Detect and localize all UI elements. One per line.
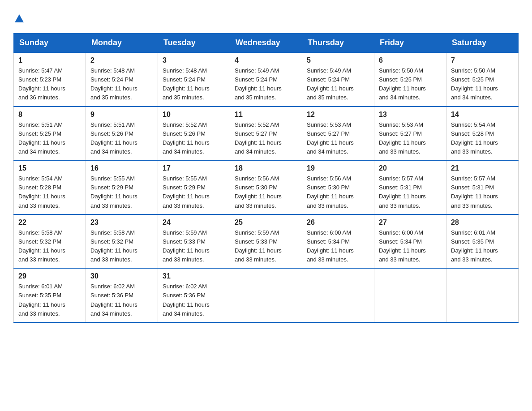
- calendar-cell: 26 Sunrise: 6:00 AMSunset: 5:34 PMDaylig…: [302, 214, 374, 269]
- day-info: Sunrise: 5:55 AMSunset: 5:29 PMDaylight:…: [90, 175, 137, 209]
- calendar-body: 1 Sunrise: 5:47 AMSunset: 5:23 PMDayligh…: [14, 52, 519, 322]
- day-info: Sunrise: 5:48 AMSunset: 5:24 PMDaylight:…: [163, 67, 210, 101]
- day-info: Sunrise: 5:54 AMSunset: 5:28 PMDaylight:…: [451, 121, 498, 155]
- day-info: Sunrise: 5:56 AMSunset: 5:30 PMDaylight:…: [235, 175, 282, 209]
- day-info: Sunrise: 5:57 AMSunset: 5:31 PMDaylight:…: [379, 175, 426, 209]
- calendar-cell: 6 Sunrise: 5:50 AMSunset: 5:25 PMDayligh…: [374, 52, 446, 107]
- day-number: 6: [379, 56, 442, 64]
- day-info: Sunrise: 5:50 AMSunset: 5:25 PMDaylight:…: [451, 67, 498, 101]
- calendar-cell: 13 Sunrise: 5:53 AMSunset: 5:27 PMDaylig…: [374, 107, 446, 161]
- day-info: Sunrise: 5:52 AMSunset: 5:27 PMDaylight:…: [235, 121, 282, 155]
- svg-marker-0: [15, 14, 24, 22]
- calendar-table: SundayMondayTuesdayWednesdayThursdayFrid…: [13, 33, 519, 323]
- calendar-week-1: 1 Sunrise: 5:47 AMSunset: 5:23 PMDayligh…: [14, 52, 519, 107]
- calendar-week-4: 22 Sunrise: 5:58 AMSunset: 5:32 PMDaylig…: [14, 214, 519, 269]
- calendar-cell: 27 Sunrise: 6:00 AMSunset: 5:34 PMDaylig…: [374, 214, 446, 269]
- logo: [13, 13, 24, 24]
- day-number: 27: [379, 218, 442, 227]
- day-info: Sunrise: 5:54 AMSunset: 5:28 PMDaylight:…: [18, 175, 65, 209]
- calendar-cell: 1 Sunrise: 5:47 AMSunset: 5:23 PMDayligh…: [14, 52, 86, 107]
- day-info: Sunrise: 5:51 AMSunset: 5:25 PMDaylight:…: [18, 121, 65, 155]
- calendar-cell: 15 Sunrise: 5:54 AMSunset: 5:28 PMDaylig…: [14, 160, 86, 214]
- calendar-cell: 19 Sunrise: 5:56 AMSunset: 5:30 PMDaylig…: [302, 160, 374, 214]
- calendar-header-friday: Friday: [374, 34, 446, 53]
- day-info: Sunrise: 5:51 AMSunset: 5:26 PMDaylight:…: [90, 121, 137, 155]
- calendar-header-thursday: Thursday: [302, 34, 374, 53]
- day-info: Sunrise: 5:47 AMSunset: 5:23 PMDaylight:…: [18, 67, 65, 101]
- day-info: Sunrise: 5:59 AMSunset: 5:33 PMDaylight:…: [235, 229, 282, 263]
- calendar-cell: 2 Sunrise: 5:48 AMSunset: 5:24 PMDayligh…: [86, 52, 158, 107]
- calendar-cell: 14 Sunrise: 5:54 AMSunset: 5:28 PMDaylig…: [446, 107, 519, 161]
- day-number: 3: [163, 56, 225, 64]
- calendar-cell: 11 Sunrise: 5:52 AMSunset: 5:27 PMDaylig…: [230, 107, 302, 161]
- calendar-cell: [302, 268, 374, 322]
- day-number: 16: [90, 164, 153, 172]
- day-number: 24: [163, 218, 225, 227]
- day-number: 17: [163, 164, 225, 172]
- day-number: 9: [90, 111, 153, 119]
- calendar-week-2: 8 Sunrise: 5:51 AMSunset: 5:25 PMDayligh…: [14, 107, 519, 161]
- page-header: [13, 13, 519, 24]
- calendar-cell: 18 Sunrise: 5:56 AMSunset: 5:30 PMDaylig…: [230, 160, 302, 214]
- day-info: Sunrise: 6:00 AMSunset: 5:34 PMDaylight:…: [307, 229, 354, 263]
- logo-triangle-icon: [15, 14, 24, 24]
- calendar-cell: 4 Sunrise: 5:49 AMSunset: 5:24 PMDayligh…: [230, 52, 302, 107]
- calendar-cell: 29 Sunrise: 6:01 AMSunset: 5:35 PMDaylig…: [14, 268, 86, 322]
- day-info: Sunrise: 5:56 AMSunset: 5:30 PMDaylight:…: [307, 175, 354, 209]
- day-number: 19: [307, 164, 369, 172]
- day-info: Sunrise: 6:01 AMSunset: 5:35 PMDaylight:…: [18, 283, 65, 317]
- calendar-cell: 3 Sunrise: 5:48 AMSunset: 5:24 PMDayligh…: [158, 52, 230, 107]
- day-info: Sunrise: 5:59 AMSunset: 5:33 PMDaylight:…: [163, 229, 210, 263]
- day-info: Sunrise: 5:52 AMSunset: 5:26 PMDaylight:…: [163, 121, 210, 155]
- day-info: Sunrise: 6:00 AMSunset: 5:34 PMDaylight:…: [379, 229, 426, 263]
- day-number: 25: [235, 218, 297, 227]
- calendar-cell: 9 Sunrise: 5:51 AMSunset: 5:26 PMDayligh…: [86, 107, 158, 161]
- calendar-cell: 17 Sunrise: 5:55 AMSunset: 5:29 PMDaylig…: [158, 160, 230, 214]
- day-number: 2: [90, 56, 153, 64]
- calendar-cell: 5 Sunrise: 5:49 AMSunset: 5:24 PMDayligh…: [302, 52, 374, 107]
- calendar-cell: 10 Sunrise: 5:52 AMSunset: 5:26 PMDaylig…: [158, 107, 230, 161]
- day-number: 30: [90, 272, 153, 280]
- day-number: 23: [90, 218, 153, 227]
- calendar-header-monday: Monday: [86, 34, 158, 53]
- calendar-cell: 23 Sunrise: 5:58 AMSunset: 5:32 PMDaylig…: [86, 214, 158, 269]
- day-number: 1: [18, 56, 81, 64]
- day-number: 7: [451, 56, 514, 64]
- calendar-header-sunday: Sunday: [14, 34, 86, 53]
- calendar-cell: 24 Sunrise: 5:59 AMSunset: 5:33 PMDaylig…: [158, 214, 230, 269]
- day-number: 18: [235, 164, 297, 172]
- day-number: 22: [18, 218, 81, 227]
- calendar-cell: 31 Sunrise: 6:02 AMSunset: 5:36 PMDaylig…: [158, 268, 230, 322]
- day-info: Sunrise: 5:48 AMSunset: 5:24 PMDaylight:…: [90, 67, 137, 101]
- day-number: 26: [307, 218, 369, 227]
- day-info: Sunrise: 6:01 AMSunset: 5:35 PMDaylight:…: [451, 229, 498, 263]
- day-number: 13: [379, 111, 442, 119]
- calendar-cell: 30 Sunrise: 6:02 AMSunset: 5:36 PMDaylig…: [86, 268, 158, 322]
- day-info: Sunrise: 5:49 AMSunset: 5:24 PMDaylight:…: [307, 67, 354, 101]
- day-number: 11: [235, 111, 297, 119]
- calendar-cell: 16 Sunrise: 5:55 AMSunset: 5:29 PMDaylig…: [86, 160, 158, 214]
- calendar-header-saturday: Saturday: [446, 34, 519, 53]
- day-number: 4: [235, 56, 297, 64]
- calendar-cell: 28 Sunrise: 6:01 AMSunset: 5:35 PMDaylig…: [446, 214, 519, 269]
- day-number: 14: [451, 111, 514, 119]
- calendar-cell: [230, 268, 302, 322]
- calendar-cell: 7 Sunrise: 5:50 AMSunset: 5:25 PMDayligh…: [446, 52, 519, 107]
- day-number: 28: [451, 218, 514, 227]
- calendar-header-wednesday: Wednesday: [230, 34, 302, 53]
- calendar-cell: 20 Sunrise: 5:57 AMSunset: 5:31 PMDaylig…: [374, 160, 446, 214]
- calendar-week-3: 15 Sunrise: 5:54 AMSunset: 5:28 PMDaylig…: [14, 160, 519, 214]
- calendar-cell: [446, 268, 519, 322]
- day-info: Sunrise: 5:53 AMSunset: 5:27 PMDaylight:…: [379, 121, 426, 155]
- calendar-week-5: 29 Sunrise: 6:01 AMSunset: 5:35 PMDaylig…: [14, 268, 519, 322]
- calendar-cell: [374, 268, 446, 322]
- calendar-cell: 12 Sunrise: 5:53 AMSunset: 5:27 PMDaylig…: [302, 107, 374, 161]
- day-info: Sunrise: 5:58 AMSunset: 5:32 PMDaylight:…: [18, 229, 65, 263]
- day-info: Sunrise: 5:50 AMSunset: 5:25 PMDaylight:…: [379, 67, 426, 101]
- day-info: Sunrise: 5:55 AMSunset: 5:29 PMDaylight:…: [163, 175, 210, 209]
- calendar-cell: 25 Sunrise: 5:59 AMSunset: 5:33 PMDaylig…: [230, 214, 302, 269]
- day-number: 21: [451, 164, 514, 172]
- day-number: 29: [18, 272, 81, 280]
- day-number: 10: [163, 111, 225, 119]
- calendar-header-tuesday: Tuesday: [158, 34, 230, 53]
